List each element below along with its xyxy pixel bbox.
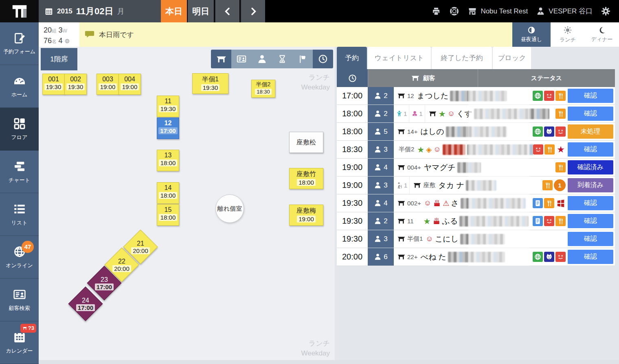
- table-002[interactable]: 00219:30: [64, 74, 87, 95]
- tab-block[interactable]: ブロック: [493, 47, 531, 69]
- daily-summary: 20組 3W 76名 4: [39, 22, 79, 47]
- table-hanko1[interactable]: 半個119:30: [192, 73, 228, 94]
- table-14[interactable]: 1418:00: [157, 182, 179, 204]
- table-hanko2[interactable]: 半個218:30: [251, 80, 275, 98]
- reservation-row[interactable]: 19:30 3 半個1 ☺ こにし 確認: [337, 230, 615, 248]
- reservation-row[interactable]: 19:30 4 002+ ☺ ⚠ さ 確認: [337, 194, 615, 212]
- reservation-row[interactable]: 19:00 4 004+ ヤマグチ 確認済み: [337, 159, 615, 177]
- toolbar-person-button[interactable]: [252, 50, 272, 68]
- tab-waitlist[interactable]: ウェイトリスト: [368, 47, 431, 69]
- status-badge[interactable]: 確認: [568, 107, 613, 121]
- reservation-row[interactable]: 18:00 5 14+ はしの 未処理: [337, 123, 615, 141]
- tab-reservations[interactable]: 予約: [337, 47, 367, 69]
- printer-icon: [431, 7, 441, 16]
- sidebar-item-home[interactable]: ホーム: [0, 65, 39, 108]
- shift-toggle-all[interactable]: 昼夜通し: [512, 22, 551, 47]
- table-icon: [428, 109, 437, 118]
- table-12[interactable]: 1217:00: [157, 118, 179, 139]
- table-003[interactable]: 00319:00: [97, 74, 119, 95]
- floor-tab-1f[interactable]: 1階席: [41, 48, 77, 70]
- table-zashiki-ume[interactable]: 座敷梅19:00: [289, 205, 323, 226]
- date-picker[interactable]: 2015 11月02日 月: [39, 0, 161, 22]
- status-badge[interactable]: 確認: [568, 214, 613, 228]
- redacted-text: [467, 144, 533, 155]
- toolbar-hourglass-button[interactable]: [272, 50, 292, 68]
- table-zashiki-take[interactable]: 座敷竹18:00: [289, 168, 323, 189]
- table-label: 14+: [407, 128, 417, 135]
- status-badge[interactable]: 確認: [568, 142, 613, 157]
- row-icon-group: [533, 123, 568, 140]
- table-15[interactable]: 1518:00: [157, 204, 179, 226]
- person-icon: [374, 217, 382, 225]
- app-logo[interactable]: [0, 0, 39, 22]
- table-zashiki-matsu[interactable]: 座敷松: [289, 132, 323, 153]
- smiley-icon: ☺: [433, 145, 441, 154]
- table-hanare-private-room[interactable]: 離れ個室: [215, 194, 244, 223]
- sidebar-item-customer-search[interactable]: 顧客検索: [0, 279, 39, 321]
- gem-icon: ◈: [426, 145, 432, 154]
- sun-icon: [563, 26, 572, 35]
- sidebar-item-reservation-form[interactable]: 予約フォーム: [0, 22, 39, 65]
- shift-toggle-dinner[interactable]: ディナー: [585, 22, 619, 47]
- prev-day-button[interactable]: [215, 0, 239, 22]
- status-badge[interactable]: 未処理: [568, 124, 613, 139]
- reservation-row[interactable]: 18:30 3 半個2 ★ ◈ ☺ ★ 確認: [337, 141, 615, 159]
- table-icon: [397, 92, 406, 100]
- settings-button[interactable]: [601, 6, 611, 16]
- flag-icon: [298, 54, 308, 64]
- date-label: 11月02日: [76, 5, 114, 17]
- customer-name: タカ ナ: [438, 180, 464, 191]
- next-day-button[interactable]: [240, 0, 265, 22]
- daily-note[interactable]: 本日雨です: [79, 22, 512, 47]
- table-001[interactable]: 00119:30: [42, 74, 65, 95]
- reservation-row[interactable]: 19:00 3 1 座敷 タカ ナ 1 到着済み: [337, 177, 615, 194]
- sidebar-label: チャート: [9, 177, 30, 184]
- sidebar-item-chart[interactable]: チャート: [0, 150, 39, 193]
- contrast-icon: [527, 26, 536, 34]
- tab-finished[interactable]: 終了した予約: [432, 47, 492, 69]
- toolbar-flag-button[interactable]: [292, 50, 313, 68]
- reservation-row[interactable]: 20:00 6 22+ べね た 確認: [337, 248, 615, 266]
- dead-face-icon: [544, 91, 554, 101]
- status-badge[interactable]: 確認: [568, 196, 613, 210]
- table-11[interactable]: 1119:30: [157, 96, 179, 117]
- sidebar-item-online[interactable]: オンライン 47: [0, 236, 39, 279]
- user-name: VESPER 谷口: [549, 7, 593, 16]
- sidebar-item-list[interactable]: リスト: [0, 193, 39, 236]
- shift-toggle-lunch[interactable]: ランチ: [551, 22, 585, 47]
- table-13[interactable]: 1318:00: [157, 150, 179, 171]
- reservation-row[interactable]: 18:00 2 1 1 ★ ☺ くす 確認: [337, 105, 615, 123]
- sidebar-label: リスト: [11, 219, 28, 227]
- print-button[interactable]: [431, 7, 441, 16]
- reservation-row[interactable]: 19:30 2 11 ★ ふる 確認: [337, 212, 615, 230]
- reservation-row[interactable]: 17:00 2 12 まつした 確認: [337, 87, 615, 105]
- restaurant-menu[interactable]: Nobu Test Rest: [468, 7, 528, 16]
- guests-count: 76: [44, 37, 52, 45]
- toolbar-card-button[interactable]: [231, 50, 252, 68]
- toolbar-table-button[interactable]: [211, 50, 231, 68]
- today-button[interactable]: 本日: [161, 0, 187, 22]
- person-icon: [374, 146, 382, 153]
- table-004[interactable]: 00419:00: [119, 74, 141, 95]
- tomorrow-button[interactable]: 明日: [188, 0, 214, 22]
- redacted-text: [461, 198, 526, 209]
- status-badge[interactable]: 確認済み: [568, 160, 613, 174]
- table-label: 12: [407, 92, 414, 99]
- user-menu[interactable]: VESPER 谷口: [536, 7, 593, 16]
- table-label: 半個2: [399, 146, 414, 153]
- status-badge[interactable]: 確認: [568, 232, 613, 246]
- row-icon-group: [555, 105, 568, 122]
- customer-cell: 半個1 ☺ こにし: [394, 230, 566, 248]
- toolbar-clock-button[interactable]: [313, 50, 333, 68]
- reservation-time: 18:30: [337, 141, 368, 158]
- help-button[interactable]: [449, 6, 459, 16]
- sidebar-item-floor[interactable]: フロア: [0, 108, 39, 150]
- status-badge[interactable]: 到着済み: [568, 178, 613, 192]
- sidebar-label: カレンダー: [6, 347, 33, 355]
- floor-toolbar: [211, 50, 333, 68]
- smiley-icon: ☺: [424, 199, 431, 207]
- status-badge[interactable]: 確認: [568, 89, 613, 103]
- reservation-app: 2015 11月02日 月 本日 明日 Nobu Test Rest VESPE…: [0, 0, 619, 364]
- sidebar-item-calendar[interactable]: カレンダー ?3: [0, 321, 39, 364]
- status-badge[interactable]: 確認: [568, 250, 613, 264]
